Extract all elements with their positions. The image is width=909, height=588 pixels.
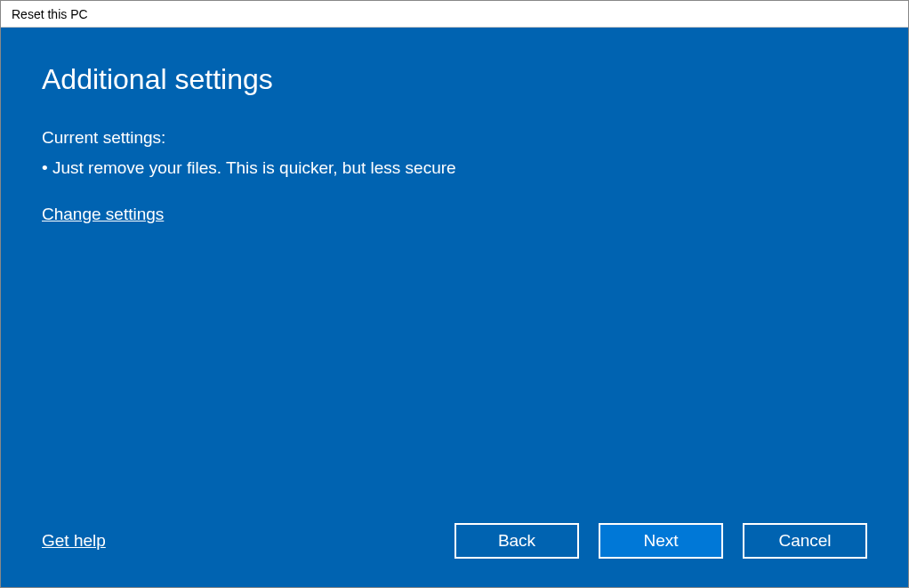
change-settings-link[interactable]: Change settings: [42, 205, 164, 224]
get-help-link[interactable]: Get help: [42, 531, 106, 551]
cancel-button[interactable]: Cancel: [743, 523, 867, 559]
setting-item: • Just remove your files. This is quicke…: [42, 158, 867, 178]
dialog-content: Additional settings Current settings: • …: [1, 28, 908, 587]
current-settings-label: Current settings:: [42, 128, 867, 148]
window-title: Reset this PC: [12, 7, 88, 21]
dialog-footer: Get help Back Next Cancel: [42, 523, 867, 559]
button-group: Back Next Cancel: [454, 523, 867, 559]
next-button[interactable]: Next: [599, 523, 723, 559]
back-button[interactable]: Back: [454, 523, 579, 559]
page-title: Additional settings: [42, 63, 867, 96]
window-titlebar: Reset this PC: [1, 1, 908, 28]
